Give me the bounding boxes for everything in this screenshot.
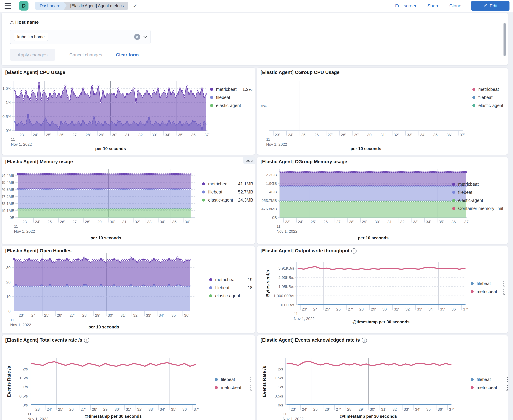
legend-item-elastic-agent[interactable]: elastic-agent	[209, 292, 252, 300]
legend-item-filebeat[interactable]: filebeat18	[209, 284, 252, 292]
legend-item-elastic-agent[interactable]: elastic-agent	[210, 101, 252, 110]
svg-text:23': 23'	[35, 407, 40, 412]
legend-item-elastic-agent[interactable]: elastic-agent	[452, 196, 506, 204]
legend-item-filebeat[interactable]: filebeat	[210, 93, 252, 101]
svg-text:0.5%: 0.5%	[2, 114, 11, 119]
svg-text:25': 25'	[313, 407, 318, 412]
svg-text:24': 24'	[47, 407, 52, 412]
legend-item-metricbeat[interactable]: metricbeat19	[209, 276, 252, 284]
legend-item-filebeat[interactable]: filebeat	[452, 188, 506, 196]
legend-item-elastic-agent[interactable]: elastic-agent24.3MB	[202, 196, 253, 204]
full-screen-link[interactable]: Full screen	[395, 3, 417, 9]
check-icon[interactable]: ✓	[133, 3, 137, 9]
clear-selection-icon[interactable]: ×	[134, 34, 140, 40]
svg-text:28': 28'	[359, 307, 364, 311]
legend-menu-icon[interactable]	[250, 385, 252, 390]
host-name-combobox[interactable]: kube.lim.home ×	[10, 30, 151, 44]
legend-menu-icon[interactable]	[504, 289, 505, 294]
svg-text:31': 31'	[387, 220, 392, 224]
legend-dot	[202, 190, 205, 194]
legend-item-elastic-agent[interactable]: elastic-agent	[472, 101, 506, 110]
legend-item-filebeat[interactable]: filebeat	[215, 375, 252, 383]
svg-text:27': 27'	[328, 133, 333, 137]
legend-item-metricbeat[interactable]: metricbeat	[472, 85, 506, 93]
svg-text:27': 27'	[336, 220, 341, 224]
svg-text:27': 27'	[336, 407, 341, 412]
panel-title-text: [Elastic Agent] CGroup CPU Usage	[261, 70, 339, 75]
menu-icon[interactable]	[5, 3, 12, 9]
pencil-icon: ✎	[483, 3, 487, 9]
legend-menu-icon[interactable]	[504, 281, 505, 286]
svg-text:26': 26'	[57, 313, 62, 318]
breadcrumb-dashboard[interactable]: Dashboard	[35, 2, 67, 10]
legend-item-filebeat[interactable]: filebeat52.7MB	[202, 188, 253, 196]
svg-text:0: 0	[8, 309, 11, 313]
svg-text:1/s: 1/s	[23, 385, 28, 389]
svg-text:33': 33'	[152, 133, 157, 137]
svg-text:26': 26'	[314, 133, 319, 137]
scrollbar-thumb[interactable]	[504, 23, 505, 56]
legend-menu-icon[interactable]	[506, 377, 507, 382]
svg-text:31': 31'	[381, 407, 386, 412]
info-icon[interactable]: i	[351, 248, 356, 254]
share-link[interactable]: Share	[427, 3, 439, 9]
svg-text:28': 28'	[347, 407, 352, 412]
panel-title-text: [Elastic Agent] Output write throughput	[261, 248, 349, 254]
legend-item-container-memory-limit[interactable]: Container memory limit	[452, 204, 506, 212]
legend-menu-icon[interactable]	[250, 377, 252, 382]
svg-text:@timestamp per 30 seconds: @timestamp per 30 seconds	[84, 414, 142, 419]
svg-text:34': 34'	[420, 133, 425, 137]
legend-item-filebeat[interactable]: filebeat	[471, 375, 507, 383]
svg-text:Nov 1, 2022: Nov 1, 2022	[10, 323, 31, 327]
legend-item-metricbeat[interactable]: metricbeat	[471, 287, 505, 296]
svg-text:37': 37'	[464, 220, 469, 224]
cgroup-cpu-usage-chart: 0%23'24'25'26'27'28'29'30'31'32'33'34'35…	[257, 68, 508, 155]
svg-text:23': 23'	[285, 220, 290, 224]
top-bar: D Dashboard [Elastic Agent] Agent metric…	[0, 0, 513, 12]
legend-label: elastic-agent	[216, 103, 241, 108]
svg-text:31': 31'	[122, 220, 128, 224]
clear-form-button[interactable]: Clear form	[116, 52, 139, 58]
legend-dot	[472, 104, 475, 107]
legend-label: metricbeat	[215, 277, 236, 282]
svg-text:25': 25'	[325, 307, 330, 311]
svg-text:29': 29'	[97, 220, 103, 224]
clone-link[interactable]: Clone	[449, 3, 461, 9]
legend-item-filebeat[interactable]: filebeat	[472, 93, 506, 101]
svg-text:32': 32'	[405, 307, 410, 311]
legend-menu-icon[interactable]	[506, 385, 507, 390]
panel-options-icon[interactable]	[243, 157, 255, 164]
svg-text:36': 36'	[452, 307, 457, 311]
cancel-changes-button[interactable]: Cancel changes	[69, 52, 102, 58]
legend-item-filebeat[interactable]: filebeat	[471, 279, 505, 287]
legend-item-metricbeat[interactable]: metricbeat1.2%	[210, 85, 252, 93]
space-avatar[interactable]: D	[19, 1, 29, 11]
svg-text:57.2MB: 57.2MB	[2, 194, 15, 199]
chevron-down-icon[interactable]	[143, 34, 147, 38]
panel-title-text: [Elastic Agent] Events acknowledged rate…	[261, 338, 360, 343]
apply-changes-button[interactable]: Apply changes	[10, 49, 55, 61]
svg-text:11: 11	[266, 137, 270, 142]
info-icon[interactable]: i	[362, 338, 367, 343]
svg-text:35': 35'	[433, 133, 438, 137]
edit-button[interactable]: ✎ Edit	[471, 1, 509, 11]
svg-text:27': 27'	[72, 220, 77, 224]
legend-item-metricbeat[interactable]: metricbeat41.1MB	[202, 180, 253, 188]
svg-text:24': 24'	[288, 133, 293, 137]
svg-text:11: 11	[277, 224, 281, 229]
events-acknowledged-rate-title: [Elastic Agent] Events acknowledged rate…	[261, 338, 367, 343]
svg-text:95.4MB: 95.4MB	[2, 180, 15, 185]
svg-text:Nov 1, 2022: Nov 1, 2022	[266, 142, 287, 147]
legend-label: elastic-agent	[208, 197, 233, 202]
svg-text:0B: 0B	[272, 216, 277, 220]
svg-text:per 10 seconds: per 10 seconds	[95, 146, 126, 151]
legend-item-metricbeat[interactable]: metricbeat	[215, 383, 252, 391]
legend-item-metricbeat[interactable]: metricbeat	[471, 383, 507, 391]
host-name-selected-pill[interactable]: kube.lim.home	[14, 33, 48, 41]
legend-item-metricbeat[interactable]: metricbeat	[452, 180, 506, 188]
info-icon[interactable]: i	[84, 338, 89, 343]
svg-text:27': 27'	[72, 133, 77, 137]
legend-dot	[215, 378, 218, 381]
svg-text:30: 30	[6, 266, 11, 270]
cpu-usage-plot: 0%0.5%1%1.5%23'24'25'26'27'28'29'30'31'3…	[2, 68, 255, 155]
